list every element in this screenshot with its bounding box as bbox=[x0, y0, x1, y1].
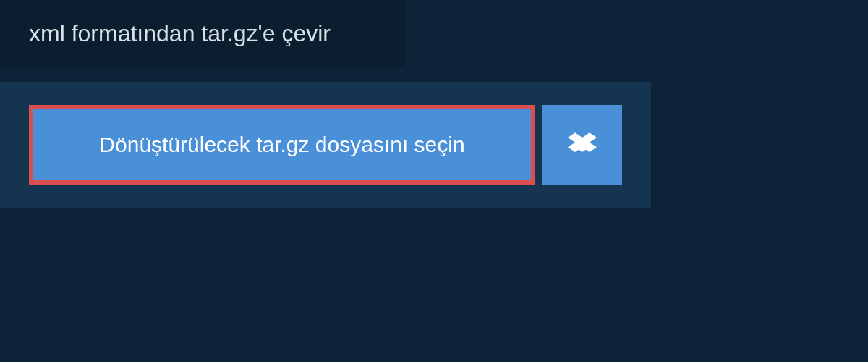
select-file-label: Dönüştürülecek tar.gz dosyasını seçin bbox=[99, 132, 464, 157]
button-row: Dönüştürülecek tar.gz dosyasını seçin bbox=[29, 105, 622, 185]
page-title: xml formatından tar.gz'e çevir bbox=[29, 20, 376, 47]
dropbox-button[interactable] bbox=[542, 105, 622, 185]
header-bar: xml formatından tar.gz'e çevir bbox=[0, 0, 405, 67]
select-file-button[interactable]: Dönüştürülecek tar.gz dosyasını seçin bbox=[29, 105, 535, 185]
main-panel: Dönüştürülecek tar.gz dosyasını seçin bbox=[0, 82, 651, 208]
dropbox-icon bbox=[568, 130, 597, 159]
